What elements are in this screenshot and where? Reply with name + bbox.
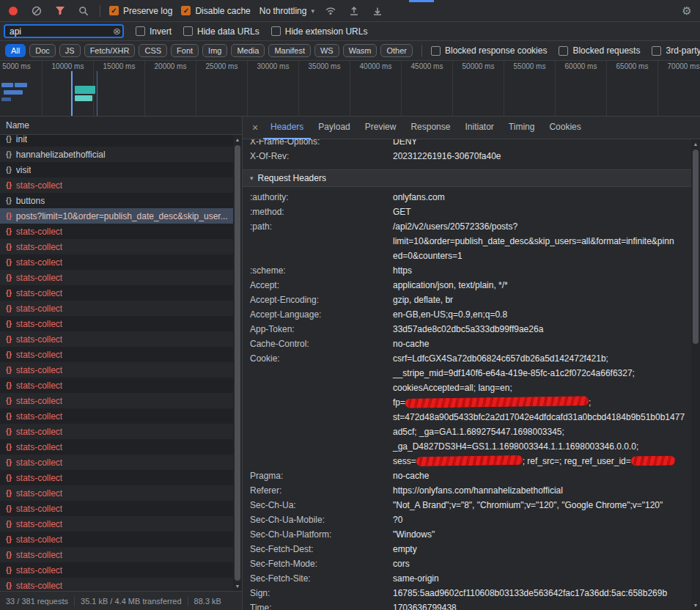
settings-gear-icon[interactable]: ⚙	[679, 4, 694, 18]
request-row[interactable]: {} stats-collect	[0, 439, 233, 455]
header-value-line: sess=; ref_src=; reg_ref_user_id=	[393, 454, 691, 468]
json-braces-icon: {}	[6, 520, 12, 528]
request-row[interactable]: {} stats-collect	[0, 562, 233, 578]
request-row[interactable]: {} posts?limit=10&order=publish_date_des…	[0, 208, 233, 224]
header-name: Accept:	[250, 278, 393, 293]
preserve-log-checkbox[interactable]: ✓ Preserve log	[109, 6, 172, 16]
request-row[interactable]: {} buttons	[0, 193, 233, 208]
type-filter-chip-media[interactable]: Media	[231, 44, 265, 57]
request-row[interactable]: {} stats-collect	[0, 331, 233, 347]
search-button[interactable]	[76, 4, 91, 18]
request-row[interactable]: {} stats-collect	[0, 316, 233, 331]
json-braces-icon: {}	[6, 427, 12, 436]
request-row[interactable]: {} stats-collect	[0, 177, 233, 193]
json-braces-icon: {}	[6, 150, 12, 158]
header-row: Cache-Control: no-cache	[250, 337, 691, 351]
invert-checkbox[interactable]: Invert	[136, 26, 172, 37]
throttling-select[interactable]: No throttling ▾	[259, 6, 314, 16]
request-row[interactable]: {} stats-collect	[0, 424, 233, 439]
overview-activity-bar	[75, 95, 92, 101]
request-name: stats-collect	[16, 565, 62, 576]
type-filter-chip-ws[interactable]: WS	[314, 44, 339, 57]
request-row[interactable]: {} stats-collect	[0, 378, 233, 393]
clear-button[interactable]	[29, 4, 44, 18]
network-conditions-button[interactable]	[323, 4, 338, 18]
request-row[interactable]: {} stats-collect	[0, 285, 233, 301]
request-row[interactable]: {} stats-collect	[0, 393, 233, 408]
header-name: App-Token:	[250, 322, 393, 337]
request-row[interactable]: {} init	[0, 131, 233, 147]
tab-headers[interactable]: Headers	[263, 117, 311, 139]
request-row[interactable]: {} stats-collect	[0, 485, 233, 501]
timeline-tick-label: 10000 ms	[52, 62, 84, 70]
clear-filter-icon[interactable]: ⊗	[113, 26, 121, 36]
disable-cache-checkbox[interactable]: ✓ Disable cache	[181, 6, 250, 16]
request-row[interactable]: {} stats-collect	[0, 408, 233, 424]
type-filter-chip-manifest[interactable]: Manifest	[268, 44, 311, 57]
filter-input[interactable]	[4, 24, 124, 38]
request-row[interactable]: {} stats-collect	[0, 301, 233, 316]
hide-data-urls-checkbox[interactable]: Hide data URLs	[183, 26, 259, 37]
json-braces-icon: {}	[6, 551, 12, 559]
request-row[interactable]: {} stats-collect	[0, 239, 233, 254]
request-row[interactable]: {} stats-collect	[0, 501, 233, 516]
type-filter-chip-js[interactable]: JS	[59, 44, 81, 57]
type-filter-chip-font[interactable]: Font	[171, 44, 199, 57]
hide-extension-urls-checkbox[interactable]: Hide extension URLs	[271, 26, 368, 37]
tab-preview[interactable]: Preview	[358, 117, 404, 139]
scroll-down-icon[interactable]: ▼	[233, 581, 242, 591]
type-filter-chip-doc[interactable]: Doc	[29, 44, 56, 57]
request-row[interactable]: {} stats-collect	[0, 455, 233, 470]
chevron-down-icon: ▾	[311, 7, 314, 15]
filter-input-wrap: ⊗	[4, 24, 124, 38]
request-row[interactable]: {} stats-collect	[0, 547, 233, 562]
tab-response[interactable]: Response	[403, 117, 457, 139]
type-filter-chip-other[interactable]: Other	[380, 44, 413, 57]
details-scrollbar[interactable]: ▲ ▼	[691, 139, 700, 610]
tab-initiator[interactable]: Initiator	[457, 117, 501, 139]
request-row[interactable]: {} stats-collect	[0, 470, 233, 485]
json-braces-icon: {}	[6, 243, 12, 251]
request-row[interactable]: {} stats-collect	[0, 362, 233, 378]
request-row[interactable]: {} stats-collect	[0, 270, 233, 285]
tab-timing[interactable]: Timing	[501, 117, 542, 139]
request-row[interactable]: {} stats-collect	[0, 532, 233, 547]
record-button[interactable]	[6, 4, 21, 18]
scrollbar-thumb[interactable]	[693, 150, 699, 344]
request-row[interactable]: {} stats-collect	[0, 347, 233, 362]
type-filter-chip-img[interactable]: Img	[202, 44, 227, 57]
blocked-response-cookies-checkbox[interactable]: Blocked response cookies	[431, 45, 547, 56]
json-braces-icon: {}	[6, 535, 12, 543]
close-details-icon[interactable]: ×	[247, 122, 263, 133]
type-filter-chip-wasm[interactable]: Wasm	[343, 44, 377, 57]
request-row[interactable]: {} stats-collect	[0, 254, 233, 270]
request-row[interactable]: {} stats-collect	[0, 224, 233, 239]
type-filter-chip-fetch-xhr[interactable]: Fetch/XHR	[84, 44, 136, 57]
tab-payload[interactable]: Payload	[311, 117, 357, 139]
request-row[interactable]: {} stats-collect	[0, 516, 233, 532]
scrollbar-thumb[interactable]	[235, 145, 240, 581]
request-headers-section-header[interactable]: ▾ Request Headers	[243, 169, 691, 187]
type-filter-chip-css[interactable]: CSS	[139, 44, 167, 57]
scroll-down-icon[interactable]: ▼	[691, 600, 700, 610]
request-row[interactable]: {} visit	[0, 162, 233, 177]
json-braces-icon: {}	[6, 166, 12, 174]
request-list-scrollbar[interactable]: ▲ ▼	[233, 135, 242, 591]
blocked-requests-checkbox[interactable]: Blocked requests	[559, 45, 640, 56]
tab-cookies[interactable]: Cookies	[542, 117, 588, 139]
header-value-text: st=472d48a90d5433bfc2a2d17042e4dfdcafd31…	[393, 412, 685, 422]
header-row: Cookie: csrf=LdfcGX4Sa72db06824c657db26a…	[250, 351, 691, 468]
json-braces-icon: {}	[6, 504, 12, 512]
request-row[interactable]: {} stats-collect	[0, 578, 233, 591]
request-row[interactable]: {} hannahelizabethofficial	[0, 147, 233, 162]
scroll-up-icon[interactable]: ▲	[233, 135, 242, 144]
filter-button[interactable]	[53, 4, 67, 18]
export-har-button[interactable]	[370, 4, 385, 18]
header-row: Accept: application/json, text/plain, */…	[250, 278, 691, 293]
network-overview-timeline[interactable]: 5000 ms 10000 ms 15000 ms 20000 ms 25000…	[0, 61, 700, 117]
header-row: Sec-Fetch-Dest: empty	[250, 542, 691, 556]
import-har-button[interactable]	[347, 4, 361, 18]
scroll-up-icon[interactable]: ▲	[691, 139, 700, 149]
type-filter-chip-all[interactable]: All	[5, 44, 26, 57]
3rd-party-requests-checkbox[interactable]: 3rd-party requests	[652, 45, 700, 56]
